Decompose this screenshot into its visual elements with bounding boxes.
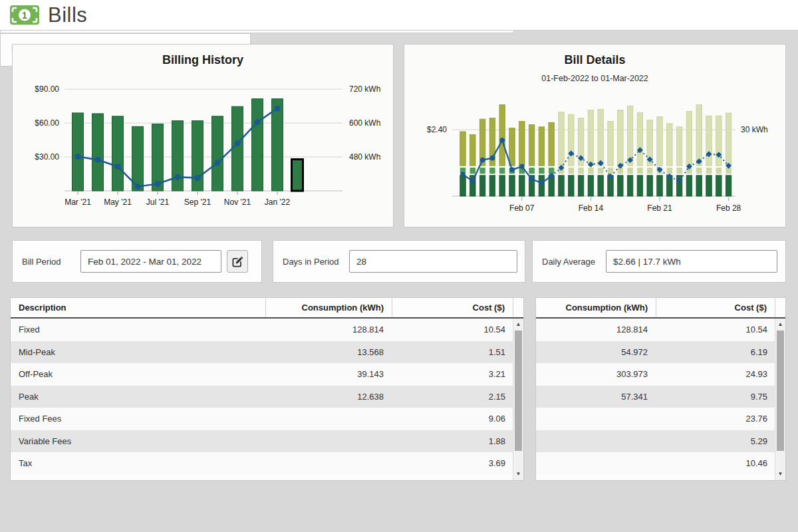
cell-cost: 10.54 xyxy=(392,319,513,341)
page-title: Bills xyxy=(48,3,87,27)
svg-text:720 kWh: 720 kWh xyxy=(349,84,380,94)
cell-consumption xyxy=(265,430,392,453)
daily-average-card: Daily Average xyxy=(532,240,786,283)
billing-history-chart-card: Billing History $90.00720 kWh$60.00600 k… xyxy=(12,44,394,227)
scroll-down-icon[interactable]: ▼ xyxy=(775,469,785,479)
table-row: 57.3419.75 xyxy=(536,386,775,408)
svg-text:1: 1 xyxy=(22,10,27,21)
estimate-table-scrollbar[interactable]: ▲ ▼ xyxy=(775,319,785,480)
table-row: Fixed Fees9.06 xyxy=(11,408,513,430)
days-in-period-label: Days in Period xyxy=(283,257,349,267)
cell-consumption xyxy=(536,452,656,475)
table-row: Mid-Peak13.5681.51 xyxy=(11,341,513,364)
bill-details-chart: $2.4030 kWhFeb 07Feb 14Feb 21Feb 28 xyxy=(404,87,785,224)
svg-text:30 kWh: 30 kWh xyxy=(741,125,768,134)
cell-consumption xyxy=(536,430,656,453)
days-in-period-card: Days in Period xyxy=(273,240,525,283)
cell-consumption: 54.972 xyxy=(536,341,656,364)
svg-text:480 kWh: 480 kWh xyxy=(349,152,380,162)
svg-text:$60.00: $60.00 xyxy=(35,118,59,128)
scroll-up-icon[interactable]: ▲ xyxy=(513,320,523,329)
table-row: 5.29 xyxy=(536,430,775,453)
cell-cost: 10.54 xyxy=(656,319,775,341)
cell-cost: 3.21 xyxy=(392,363,513,386)
cell-cost: 5.29 xyxy=(656,430,775,453)
table-row: Tax3.69 xyxy=(11,452,513,475)
scroll-thumb[interactable] xyxy=(515,331,522,451)
svg-text:Feb 14: Feb 14 xyxy=(579,203,604,213)
bill-details-subtitle: 01-Feb-2022 to 01-Mar-2022 xyxy=(404,67,785,83)
column-header-cost: Cost ($) xyxy=(656,298,775,317)
days-in-period-input[interactable] xyxy=(349,250,517,273)
bill-period-input[interactable] xyxy=(80,250,221,273)
svg-text:Feb 07: Feb 07 xyxy=(509,203,535,213)
cell-description: Off-Peak xyxy=(11,363,265,386)
daily-average-label: Daily Average xyxy=(542,257,606,267)
column-header-consumption: Consumption (kWh) xyxy=(536,298,656,317)
table-row: 23.76 xyxy=(536,408,775,430)
cell-consumption: 57.341 xyxy=(536,386,656,408)
edit-bill-period-button[interactable] xyxy=(227,250,248,273)
bill-breakdown-table-header: Description Consumption (kWh) Cost ($) xyxy=(11,298,523,319)
scroll-thumb[interactable] xyxy=(777,331,784,451)
estimate-table-header: Consumption (kWh) Cost ($) xyxy=(536,298,785,319)
bill-period-card: Bill Period xyxy=(12,240,262,283)
cell-cost: 6.19 xyxy=(656,341,775,364)
svg-text:Feb 21: Feb 21 xyxy=(647,203,672,213)
table-row: 128.81410.54 xyxy=(536,319,775,341)
scroll-up-icon[interactable]: ▲ xyxy=(775,320,785,329)
bill-period-label: Bill Period xyxy=(22,257,80,267)
bill-details-title: Bill Details xyxy=(404,45,785,67)
svg-text:Jan '22: Jan '22 xyxy=(265,198,291,207)
cell-cost: 9.06 xyxy=(392,408,513,430)
column-header-description: Description xyxy=(11,298,265,317)
table-row: 303.97324.93 xyxy=(536,363,775,386)
svg-text:May '21: May '21 xyxy=(104,198,132,207)
app-header: 1 Bills xyxy=(0,0,798,31)
column-header-cost: Cost ($) xyxy=(392,298,513,317)
svg-text:Feb 28: Feb 28 xyxy=(716,203,741,213)
cell-cost: 23.76 xyxy=(656,408,775,430)
billing-history-chart: $90.00720 kWh$60.00600 kWh$30.00480 kWhM… xyxy=(13,67,393,220)
billing-history-title: Billing History xyxy=(13,45,393,67)
table-row: Peak12.6382.15 xyxy=(11,386,513,408)
cell-cost: 2.15 xyxy=(392,386,513,408)
column-header-consumption: Consumption (kWh) xyxy=(265,298,392,317)
edit-pencil-square-icon xyxy=(232,256,243,267)
cell-consumption xyxy=(265,408,392,430)
cell-description: Mid-Peak xyxy=(11,341,265,364)
money-bill-icon: 1 xyxy=(9,5,40,25)
svg-text:Nov '21: Nov '21 xyxy=(224,198,251,207)
svg-text:600 kWh: 600 kWh xyxy=(349,118,380,128)
cell-description: Fixed Fees xyxy=(11,408,265,430)
scroll-down-icon[interactable]: ▼ xyxy=(513,469,523,479)
cell-description: Tax xyxy=(11,452,265,475)
svg-text:$90.00: $90.00 xyxy=(35,84,59,94)
cell-description: Fixed xyxy=(11,319,265,341)
cell-cost: 10.46 xyxy=(656,452,775,475)
svg-text:Jul '21: Jul '21 xyxy=(146,198,170,207)
cell-consumption: 128.814 xyxy=(265,319,392,341)
cell-cost: 1.51 xyxy=(392,341,513,364)
bill-breakdown-scrollbar[interactable]: ▲ ▼ xyxy=(513,319,523,480)
cell-consumption: 12.638 xyxy=(265,386,392,408)
cell-consumption: 13.568 xyxy=(265,341,392,364)
table-row: 10.46 xyxy=(536,452,775,475)
cell-cost: 24.93 xyxy=(656,363,775,386)
cell-cost: 3.69 xyxy=(392,452,513,475)
cell-description: Variable Fees xyxy=(11,430,265,453)
daily-average-input[interactable] xyxy=(606,250,777,273)
estimate-table-body: 128.81410.5454.9726.19303.97324.9357.341… xyxy=(536,319,775,480)
cell-consumption: 39.143 xyxy=(265,363,392,386)
table-row: 54.9726.19 xyxy=(536,341,775,364)
cell-cost: 1.88 xyxy=(392,430,513,453)
svg-text:$30.00: $30.00 xyxy=(35,152,59,162)
bill-details-chart-card: Bill Details 01-Feb-2022 to 01-Mar-2022 … xyxy=(404,44,786,227)
cell-consumption xyxy=(536,408,656,430)
cell-cost: 9.75 xyxy=(656,386,775,408)
bill-breakdown-table-body: Fixed128.81410.54Mid-Peak13.5681.51Off-P… xyxy=(11,319,513,480)
table-row: Fixed128.81410.54 xyxy=(11,319,513,341)
cell-consumption xyxy=(265,452,392,475)
estimate-breakdown-table: Consumption (kWh) Cost ($) 128.81410.545… xyxy=(535,297,786,481)
svg-text:$2.40: $2.40 xyxy=(427,125,447,134)
